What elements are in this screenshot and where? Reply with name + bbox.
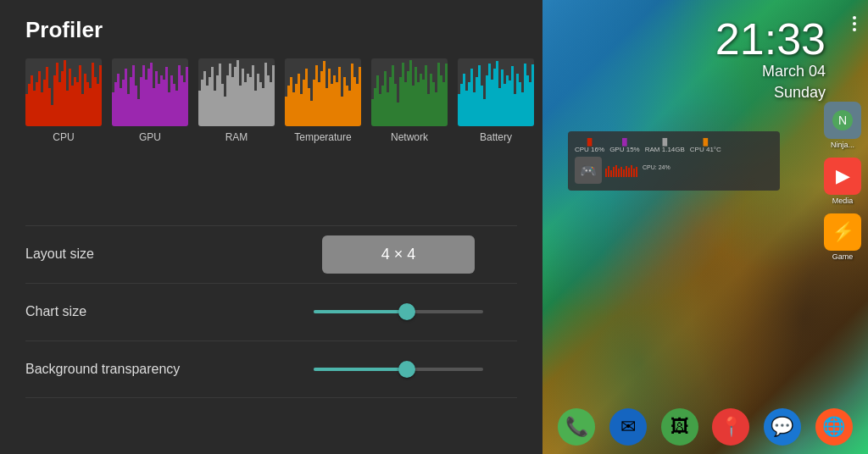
media-icon: ▶ [836, 165, 850, 187]
svg-rect-159 [481, 86, 483, 126]
right-icon-media[interactable]: ▶ Media [824, 158, 861, 205]
cpu-chart-svg [25, 58, 102, 126]
flash-icon: ⚡ [832, 221, 854, 243]
overlay-chart-cpu [605, 164, 639, 177]
messenger-icon[interactable]: 💬 [764, 408, 801, 446]
right-icon-ninjatrika[interactable]: N Ninja... [824, 102, 861, 149]
svg-rect-20 [76, 82, 79, 126]
svg-rect-157 [476, 77, 478, 126]
svg-rect-184 [615, 165, 617, 177]
phone-icon[interactable]: 📞 [558, 408, 595, 446]
svg-rect-117 [353, 77, 356, 126]
chart-size-slider-container[interactable] [314, 303, 483, 320]
chart-size-slider-thumb[interactable] [398, 303, 415, 320]
bg-transparency-slider-fill [314, 368, 407, 371]
network-label: Network [391, 131, 428, 143]
svg-rect-21 [79, 65, 81, 126]
svg-rect-125 [384, 71, 387, 126]
svg-rect-161 [486, 75, 488, 126]
svg-rect-53 [170, 75, 173, 126]
svg-rect-27 [94, 77, 97, 126]
svg-rect-33 [120, 88, 122, 126]
svg-rect-87 [267, 75, 270, 126]
svg-rect-0 [25, 94, 28, 126]
chart-item-network[interactable]: Network [371, 58, 448, 143]
svg-rect-59 [186, 67, 188, 126]
svg-rect-176 [524, 64, 526, 126]
gallery-icon[interactable]: 🖼 [661, 408, 698, 446]
ninjatrika-icon-box: N [824, 102, 861, 139]
right-icon-flash[interactable]: ⚡ Game [824, 213, 861, 261]
svg-rect-158 [478, 65, 481, 126]
temp-chart-box [285, 58, 361, 126]
svg-rect-6 [41, 92, 43, 126]
bg-transparency-slider-thumb[interactable] [398, 361, 415, 378]
bg-transparency-row: Background transparency [25, 340, 517, 398]
svg-rect-43 [145, 80, 147, 126]
svg-rect-98 [305, 69, 308, 126]
svg-rect-10 [51, 105, 53, 126]
chrome-icon[interactable]: 🌐 [815, 408, 853, 446]
svg-rect-124 [381, 86, 384, 126]
svg-rect-22 [81, 94, 84, 126]
svg-rect-146 [437, 63, 440, 126]
svg-rect-115 [348, 91, 351, 126]
svg-rect-123 [379, 94, 381, 126]
svg-rect-65 [211, 67, 214, 126]
layout-size-button[interactable]: 4 × 4 [322, 235, 475, 274]
svg-rect-68 [219, 64, 221, 126]
svg-rect-17 [69, 69, 71, 126]
svg-rect-71 [226, 75, 229, 126]
chart-item-battery[interactable]: Battery [458, 58, 534, 143]
maps-icon[interactable]: 📍 [712, 408, 749, 446]
dot-3 [853, 28, 856, 31]
svg-rect-92 [290, 77, 292, 126]
svg-rect-55 [175, 91, 178, 126]
svg-rect-135 [409, 60, 412, 126]
gpu-chart-svg [112, 58, 188, 126]
layout-size-control: 4 × 4 [280, 235, 517, 274]
three-dots-menu[interactable] [849, 13, 860, 35]
svg-rect-76 [239, 86, 242, 126]
svg-rect-191 [633, 169, 635, 177]
svg-rect-31 [114, 82, 117, 126]
svg-rect-44 [147, 69, 150, 126]
svg-rect-95 [298, 74, 300, 126]
svg-rect-85 [262, 88, 264, 126]
svg-rect-120 [371, 99, 374, 126]
svg-rect-106 [326, 88, 328, 126]
svg-rect-144 [432, 82, 435, 126]
svg-rect-192 [636, 167, 637, 177]
svg-rect-181 [608, 166, 609, 177]
chart-item-temp[interactable]: Temperature [285, 58, 361, 143]
svg-rect-126 [387, 92, 389, 126]
chart-item-cpu[interactable]: CPU [25, 58, 102, 143]
gpu-label: GPU [139, 131, 161, 143]
svg-rect-13 [58, 82, 61, 126]
chart-item-gpu[interactable]: GPU [112, 58, 188, 143]
profiler-overlay-widget[interactable]: █ CPU 16% █ GPU 15% █ RAM 1.14GB █ CPU 4… [568, 131, 780, 191]
clock-widget: 21:33 March 04 Sunday [715, 17, 826, 103]
chart-item-ram[interactable]: RAM [198, 58, 275, 143]
overlay-game-icon: 🎮 [575, 157, 602, 184]
svg-rect-28 [97, 84, 99, 126]
dot-1 [853, 16, 856, 19]
svg-rect-119 [359, 67, 361, 126]
svg-rect-153 [465, 91, 468, 126]
svg-rect-160 [483, 99, 486, 126]
email-icon[interactable]: ✉ [609, 408, 647, 446]
cpu-chart-box [25, 58, 102, 126]
svg-rect-73 [231, 77, 234, 126]
overlay-lower-row: 🎮 [575, 157, 773, 184]
ninjatrika-label: Ninja... [831, 141, 854, 149]
bg-transparency-slider-container[interactable] [314, 361, 483, 378]
svg-rect-57 [181, 75, 183, 126]
overlay-temp-stat: █ CPU 41°C [690, 138, 721, 153]
svg-rect-42 [142, 65, 145, 126]
svg-rect-15 [64, 60, 66, 126]
svg-rect-63 [206, 86, 209, 126]
svg-rect-45 [150, 63, 153, 126]
right-panel: 21:33 March 04 Sunday █ CPU 16% █ GPU 15… [542, 0, 868, 454]
network-chart-box [371, 58, 448, 126]
svg-rect-81 [252, 65, 254, 126]
